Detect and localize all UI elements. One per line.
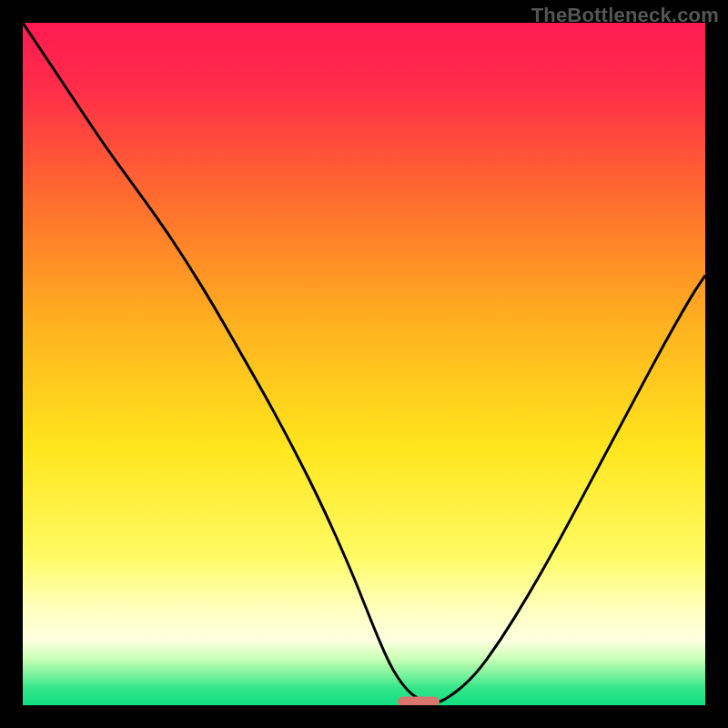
optimal-marker [399, 697, 440, 705]
bottleneck-chart [23, 23, 705, 705]
chart-frame [23, 23, 705, 705]
